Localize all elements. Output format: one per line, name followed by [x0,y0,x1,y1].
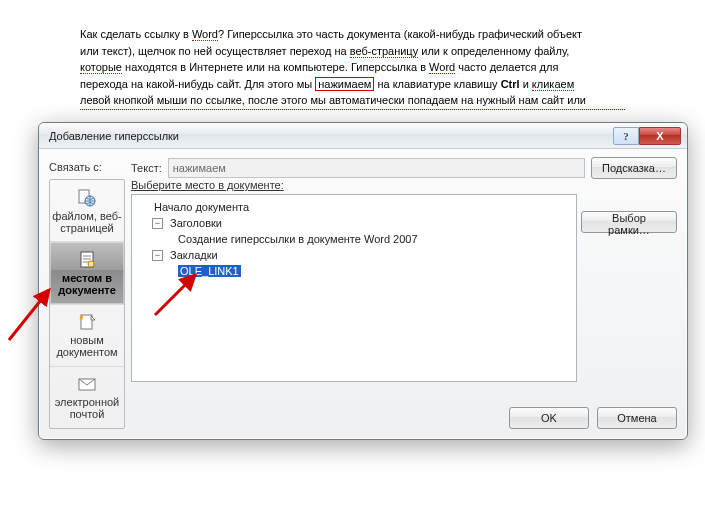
document-place-icon [76,250,98,270]
titlebar[interactable]: Добавление гиперссылки ? X [39,123,687,149]
cancel-button[interactable]: Отмена [597,407,677,429]
ok-button[interactable]: OK [509,407,589,429]
link-type-sidebar: файлом, веб-страницей местом в документе… [49,179,125,429]
tree-bookmarks[interactable]: − Закладки [138,247,570,263]
sidebar-item-file-webpage[interactable]: файлом, веб-страницей [50,180,124,242]
hyperlink-dialog: Добавление гиперссылки ? X Текст: Подска… [38,122,688,440]
help-button[interactable]: ? [613,127,639,145]
sidebar-item-place-in-document[interactable]: местом в документе [50,242,124,304]
close-button[interactable]: X [639,127,681,145]
tree-headings[interactable]: − Заголовки [138,215,570,231]
email-icon [76,374,98,394]
tree-root[interactable]: Начало документа [138,199,570,215]
display-text-input[interactable] [168,158,585,178]
new-document-icon [76,312,98,332]
svg-point-3 [88,261,94,267]
tree-heading-item[interactable]: Создание гиперссылки в документе Word 20… [138,231,570,247]
sidebar-item-email[interactable]: электронной почтой [50,367,124,428]
text-label: Текст: [131,162,162,174]
collapse-icon[interactable]: − [152,250,163,261]
document-places-tree[interactable]: Начало документа − Заголовки Создание ги… [131,194,577,382]
hint-button[interactable]: Подсказка… [591,157,677,179]
tree-bookmark-selected[interactable]: OLE_LINK1 [138,263,570,279]
globe-file-icon [76,188,98,208]
link-with-label: Связать с: [49,161,102,173]
sidebar-item-new-document[interactable]: новым документом [50,305,124,367]
selected-word: нажимаем [315,77,374,91]
document-body: Как сделать ссылку в Word? Гиперссылка э… [0,0,705,110]
target-frame-button[interactable]: Выбор рамки… [581,211,677,233]
dialog-title: Добавление гиперссылки [45,130,613,142]
choose-place-label: Выберите место в документе: [131,179,577,191]
collapse-icon[interactable]: − [152,218,163,229]
